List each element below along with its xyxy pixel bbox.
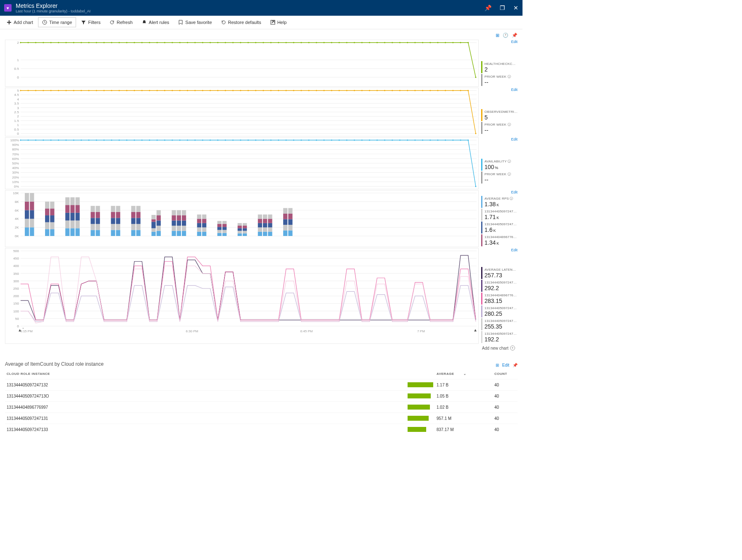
svg-rect-301 — [116, 218, 120, 224]
svg-point-23 — [119, 42, 120, 43]
svg-point-151 — [460, 90, 461, 91]
svg-point-236 — [475, 186, 476, 187]
pin-chart-icon[interactable]: 📌 — [512, 33, 518, 38]
svg-point-19 — [88, 42, 89, 43]
sort-desc-icon[interactable]: ⌄ — [463, 372, 467, 376]
plus-icon[interactable]: + — [510, 346, 515, 350]
help-button[interactable]: Help — [266, 17, 291, 27]
svg-point-62 — [415, 42, 416, 43]
svg-point-36 — [217, 42, 218, 43]
col-count[interactable]: COUNT — [493, 369, 518, 379]
svg-point-102 — [88, 90, 89, 91]
svg-point-54 — [354, 42, 355, 43]
table-row[interactable]: 1313444048967769971.02 B40 — [5, 402, 518, 413]
chart-edit-link[interactable]: Edit — [511, 137, 518, 141]
col-instance[interactable]: CLOUD ROLE INSTANCE — [5, 369, 406, 379]
refresh-button[interactable]: Refresh — [105, 17, 137, 27]
svg-point-66 — [445, 42, 446, 43]
alert-rules-button[interactable]: Alert rules — [138, 17, 174, 27]
legend-item: AVAILABILITY ⓘ100% — [481, 159, 518, 171]
svg-point-120 — [225, 90, 226, 91]
svg-point-142 — [391, 90, 393, 91]
add-chart-button[interactable]: Add chart — [2, 17, 37, 27]
svg-point-153 — [475, 133, 476, 134]
svg-point-21 — [103, 42, 105, 43]
svg-rect-307 — [131, 212, 135, 218]
svg-rect-259 — [45, 229, 49, 236]
svg-point-37 — [225, 42, 226, 43]
svg-rect-365 — [243, 231, 247, 234]
svg-text:150: 150 — [13, 302, 19, 305]
maximize-icon[interactable]: ❐ — [500, 5, 505, 11]
table-row[interactable]: 1313444050972471321.17 B40 — [5, 379, 518, 391]
svg-rect-322 — [157, 215, 161, 220]
svg-rect-282 — [76, 205, 80, 213]
svg-point-33 — [194, 42, 196, 43]
svg-rect-258 — [30, 193, 34, 202]
svg-point-125 — [262, 90, 264, 91]
svg-text:0: 0 — [17, 76, 19, 79]
svg-point-193 — [149, 140, 150, 141]
time-range-button[interactable]: Time range — [38, 17, 76, 27]
legend-item: 131344404896776997 ⓘ1.34K — [481, 234, 518, 246]
svg-point-178 — [35, 140, 36, 141]
svg-rect-318 — [151, 215, 155, 219]
svg-rect-270 — [65, 221, 69, 229]
svg-point-64 — [429, 42, 431, 43]
svg-rect-350 — [217, 230, 222, 233]
svg-rect-361 — [238, 228, 242, 231]
svg-point-29 — [164, 42, 165, 43]
svg-rect-324 — [172, 231, 176, 236]
svg-point-235 — [468, 140, 469, 141]
add-new-chart-link[interactable]: Add new chart — [482, 346, 508, 350]
svg-point-116 — [194, 90, 196, 91]
table-row[interactable]: 131344405097247131957.1 M40 — [5, 413, 518, 424]
svg-rect-279 — [76, 228, 80, 236]
svg-point-131 — [308, 90, 310, 91]
svg-text:350: 350 — [13, 272, 19, 276]
svg-point-136 — [346, 90, 347, 91]
table-row[interactable]: 13134440509724713O1.05 B40 — [5, 391, 518, 402]
save-favorite-button[interactable]: Save favorite — [174, 17, 216, 27]
svg-rect-346 — [202, 223, 206, 227]
svg-point-122 — [240, 90, 241, 91]
svg-point-195 — [164, 140, 165, 141]
svg-rect-386 — [283, 219, 287, 225]
svg-point-65 — [437, 42, 439, 43]
chart-edit-link[interactable]: Edit — [511, 248, 518, 252]
svg-text:8K: 8K — [15, 200, 19, 204]
svg-rect-289 — [96, 230, 100, 236]
svg-point-139 — [369, 90, 370, 91]
svg-rect-306 — [131, 218, 135, 224]
chart-edit-link[interactable]: Edit — [511, 40, 518, 44]
svg-point-177 — [28, 140, 29, 141]
svg-rect-317 — [151, 219, 155, 222]
svg-point-152 — [468, 90, 469, 91]
col-average[interactable]: AVERAGE — [437, 372, 454, 376]
svg-point-134 — [331, 90, 332, 91]
pin-icon[interactable]: 📌 — [484, 5, 491, 11]
table-edit-link[interactable]: Edit — [502, 363, 509, 367]
table-grid-icon[interactable]: ⊞ — [496, 363, 499, 367]
filters-button[interactable]: Filters — [77, 17, 105, 27]
table-pin-icon[interactable]: 📌 — [513, 363, 518, 367]
toolbar: Add chart Time range Filters Refresh Ale… — [0, 16, 523, 29]
chart-edit-link[interactable]: Edit — [511, 190, 518, 194]
svg-rect-278 — [70, 197, 74, 205]
svg-point-119 — [217, 90, 218, 91]
svg-rect-253 — [25, 193, 29, 202]
close-icon[interactable]: ✕ — [513, 5, 518, 11]
svg-rect-274 — [70, 228, 74, 236]
svg-rect-353 — [217, 221, 222, 224]
svg-rect-271 — [65, 213, 69, 221]
svg-rect-267 — [50, 208, 54, 215]
chart-edit-link[interactable]: Edit — [511, 88, 518, 92]
restore-defaults-button[interactable]: Restore defaults — [217, 17, 265, 27]
clock-icon[interactable]: 🕐 — [503, 33, 508, 38]
svg-rect-383 — [268, 214, 272, 219]
grid-view-icon[interactable]: ⊞ — [496, 33, 499, 38]
svg-rect-357 — [222, 224, 227, 227]
svg-rect-290 — [96, 224, 100, 230]
table-row[interactable]: 131344405097247133837.17 M40 — [5, 424, 518, 435]
svg-point-138 — [361, 90, 363, 91]
